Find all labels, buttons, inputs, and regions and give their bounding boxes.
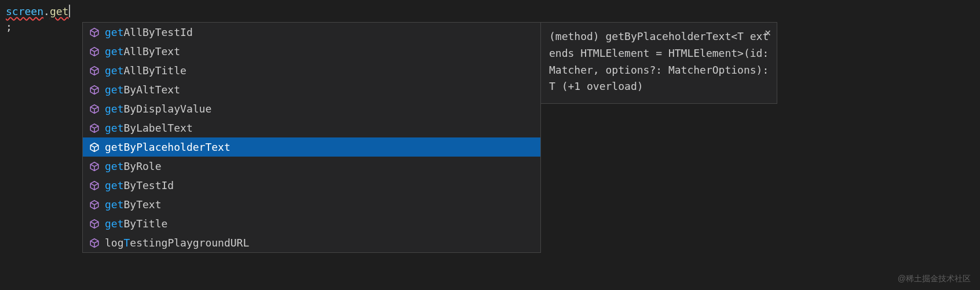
method-icon (89, 142, 100, 153)
suggestion-item[interactable]: getAllByText (83, 42, 540, 61)
code-line-1: screen.get (6, 3, 974, 19)
suggestion-item[interactable]: getAllByTestId (83, 23, 540, 42)
method-icon (89, 122, 100, 134)
suggestion-item[interactable]: getByText (83, 195, 540, 214)
token-variable: screen (6, 5, 43, 17)
method-icon (89, 237, 100, 249)
suggestion-item[interactable]: getByPlaceholderText (83, 137, 540, 157)
method-icon (89, 84, 100, 96)
suggestion-item[interactable]: getByRole (83, 157, 540, 176)
method-icon (89, 199, 100, 211)
suggestion-label: getByText (105, 198, 162, 211)
suggestion-label: getAllByTitle (105, 64, 187, 77)
suggestion-label: getByDisplayValue (105, 103, 211, 115)
token-dot: . (43, 5, 50, 17)
suggestion-label: getAllByTestId (105, 26, 193, 38)
watermark-text: @稀土掘金技术社区 (898, 274, 971, 284)
suggestion-label: getByAltText (105, 84, 180, 96)
method-icon (89, 180, 100, 191)
method-icon (89, 27, 100, 38)
method-icon (89, 103, 100, 115)
suggestion-label: getByLabelText (105, 122, 193, 134)
text-cursor (69, 5, 70, 17)
token-method: get (50, 5, 69, 17)
suggestion-label: getByPlaceholderText (105, 141, 231, 153)
suggestion-item[interactable]: getByDisplayValue (83, 99, 540, 118)
suggestion-label: getByRole (105, 160, 162, 172)
suggestion-item[interactable]: logTestingPlaygroundURL (83, 233, 540, 252)
close-icon[interactable]: ✕ (765, 27, 771, 38)
suggestion-item[interactable]: getByAltText (83, 80, 540, 99)
suggestion-item[interactable]: getAllByTitle (83, 61, 540, 80)
suggestion-item[interactable]: getByTitle (83, 214, 540, 233)
method-icon (89, 218, 100, 230)
method-icon (89, 65, 100, 77)
suggestion-label: getAllByText (105, 45, 180, 57)
suggestion-item[interactable]: getByTestId (83, 176, 540, 195)
suggestion-item[interactable]: getByLabelText (83, 118, 540, 137)
suggestion-label: getByTitle (105, 217, 167, 230)
suggestion-label: getByTestId (105, 179, 174, 191)
method-icon (89, 161, 100, 172)
method-icon (89, 46, 100, 57)
suggestion-details-panel: ✕ (method) getByPlaceholderText<T extend… (541, 22, 777, 104)
intellisense-popup: getAllByTestIdgetAllByTextgetAllByTitleg… (82, 22, 777, 253)
signature-text: (method) getByPlaceholderText<T extends … (549, 28, 770, 95)
suggestion-label: logTestingPlaygroundURL (105, 237, 249, 249)
suggestion-list[interactable]: getAllByTestIdgetAllByTextgetAllByTitleg… (82, 22, 541, 253)
